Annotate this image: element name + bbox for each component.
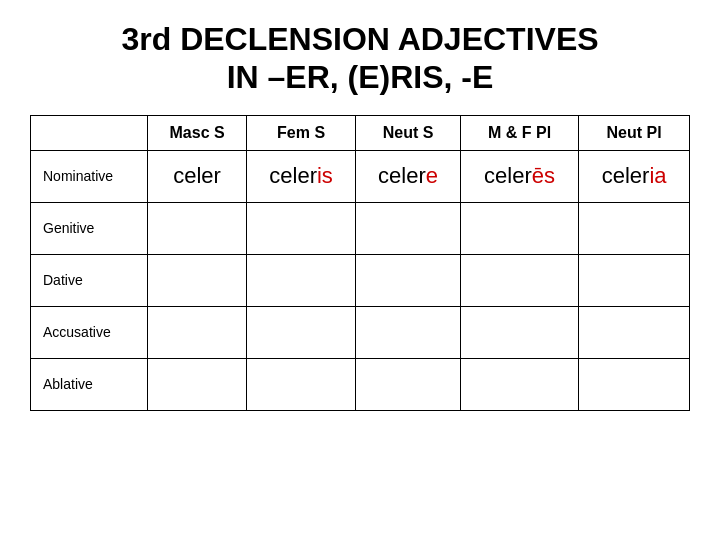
cell-nom-neut-pl: celeria [579, 150, 690, 202]
cell-dat-mf-pl [460, 254, 578, 306]
cell-abl-neut-pl [579, 358, 690, 410]
cell-nom-mf-pl: celerēs [460, 150, 578, 202]
col-header-empty [31, 115, 148, 150]
row-label-ablative: Ablative [31, 358, 148, 410]
cell-gen-neut-s [356, 202, 461, 254]
cell-acc-fem-s [246, 306, 355, 358]
page-title: 3rd DECLENSION ADJECTIVES IN –ER, (E)RIS… [121, 20, 598, 97]
table-row: Genitive [31, 202, 690, 254]
ending-highlight: ēs [532, 163, 555, 188]
cell-dat-neut-s [356, 254, 461, 306]
cell-acc-neut-s [356, 306, 461, 358]
cell-gen-masc-s [148, 202, 247, 254]
table-row: Accusative [31, 306, 690, 358]
col-header-masc-s: Masc S [148, 115, 247, 150]
col-header-neut-pl: Neut Pl [579, 115, 690, 150]
cell-abl-masc-s [148, 358, 247, 410]
table-row: Nominative celer celeris celere celerēs … [31, 150, 690, 202]
cell-abl-fem-s [246, 358, 355, 410]
cell-nom-masc-s: celer [148, 150, 247, 202]
cell-dat-neut-pl [579, 254, 690, 306]
table-row: Dative [31, 254, 690, 306]
cell-acc-masc-s [148, 306, 247, 358]
cell-abl-neut-s [356, 358, 461, 410]
cell-abl-mf-pl [460, 358, 578, 410]
declension-table: Masc S Fem S Neut S M & F Pl Neut Pl Nom… [30, 115, 690, 411]
cell-acc-neut-pl [579, 306, 690, 358]
ending-highlight: e [426, 163, 438, 188]
cell-dat-masc-s [148, 254, 247, 306]
cell-dat-fem-s [246, 254, 355, 306]
cell-nom-neut-s: celere [356, 150, 461, 202]
row-label-nominative: Nominative [31, 150, 148, 202]
cell-gen-mf-pl [460, 202, 578, 254]
cell-acc-mf-pl [460, 306, 578, 358]
cell-nom-fem-s: celeris [246, 150, 355, 202]
col-header-fem-s: Fem S [246, 115, 355, 150]
col-header-neut-s: Neut S [356, 115, 461, 150]
row-label-dative: Dative [31, 254, 148, 306]
cell-gen-neut-pl [579, 202, 690, 254]
ending-highlight: is [317, 163, 333, 188]
cell-gen-fem-s [246, 202, 355, 254]
table-row: Ablative [31, 358, 690, 410]
col-header-mf-pl: M & F Pl [460, 115, 578, 150]
ending-highlight: ia [649, 163, 666, 188]
row-label-accusative: Accusative [31, 306, 148, 358]
row-label-genitive: Genitive [31, 202, 148, 254]
